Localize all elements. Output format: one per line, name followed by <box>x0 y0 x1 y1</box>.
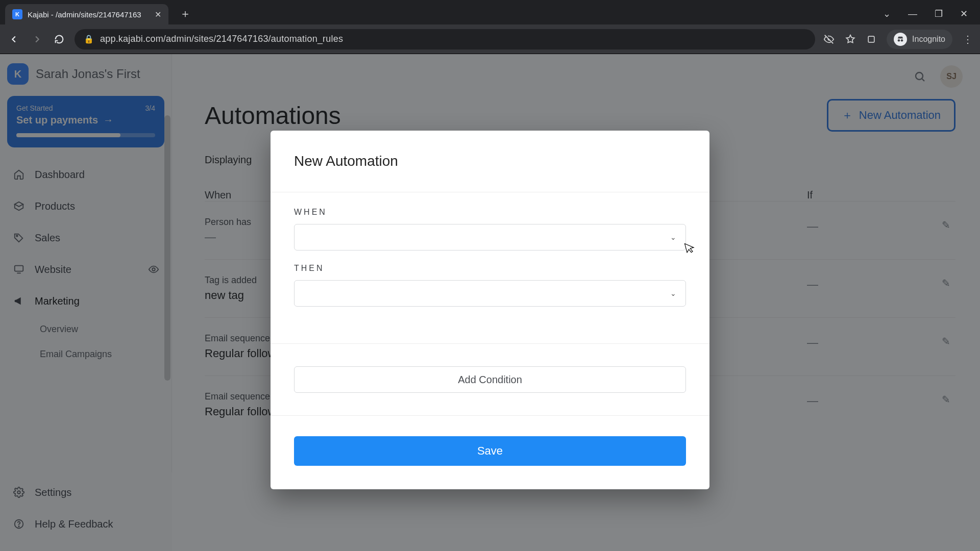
back-button[interactable] <box>7 32 21 46</box>
eye-off-icon[interactable] <box>823 34 835 45</box>
window-controls: ⌄ ― ❐ ✕ <box>883 8 980 19</box>
reload-button[interactable] <box>52 32 66 46</box>
tab-dropdown-icon[interactable]: ⌄ <box>883 8 891 19</box>
lock-icon: 🔒 <box>84 34 94 44</box>
app-viewport: K Sarah Jonas's First Get Started 3/4 Se… <box>0 54 980 551</box>
svg-point-1 <box>898 39 900 42</box>
forward-button[interactable] <box>30 32 44 46</box>
new-automation-modal: New Automation WHEN ⌄ THEN ⌄ Add Conditi… <box>271 131 709 489</box>
add-condition-label: Add Condition <box>458 374 522 386</box>
chevron-down-icon: ⌄ <box>670 289 676 297</box>
svg-point-2 <box>901 39 903 42</box>
svg-rect-0 <box>868 36 874 42</box>
new-tab-button[interactable]: ＋ <box>177 5 194 22</box>
url-field[interactable]: 🔒 app.kajabi.com/admin/sites/2147647163/… <box>75 29 815 49</box>
incognito-icon <box>894 33 907 46</box>
bookmark-star-icon[interactable] <box>845 34 856 45</box>
when-label: WHEN <box>294 208 686 217</box>
close-tab-icon[interactable]: ✕ <box>155 10 161 19</box>
addr-bar-actions: Incognito ⋮ <box>823 30 973 49</box>
minimize-icon[interactable]: ― <box>908 9 917 19</box>
address-bar: 🔒 app.kajabi.com/admin/sites/2147647163/… <box>0 24 980 54</box>
extensions-icon[interactable] <box>866 34 876 44</box>
browser-chrome: K Kajabi - /admin/sites/2147647163 ✕ ＋ ⌄… <box>0 0 980 54</box>
close-window-icon[interactable]: ✕ <box>960 8 968 19</box>
chevron-down-icon: ⌄ <box>670 233 676 241</box>
modal-title: New Automation <box>294 153 686 169</box>
incognito-label: Incognito <box>912 35 945 44</box>
condition-section: Add Condition <box>271 343 709 415</box>
add-condition-button[interactable]: Add Condition <box>294 366 686 393</box>
then-select[interactable]: ⌄ <box>294 280 686 307</box>
tab-title: Kajabi - /admin/sites/2147647163 <box>28 10 141 19</box>
modal-header: New Automation <box>271 131 709 192</box>
save-button[interactable]: Save <box>294 436 686 466</box>
incognito-badge[interactable]: Incognito <box>887 30 952 49</box>
save-section: Save <box>271 415 709 489</box>
then-label: THEN <box>294 264 686 273</box>
save-label: Save <box>477 444 503 458</box>
kebab-menu-icon[interactable]: ⋮ <box>963 33 973 45</box>
browser-tab[interactable]: K Kajabi - /admin/sites/2147647163 ✕ <box>5 4 168 24</box>
maximize-icon[interactable]: ❐ <box>935 8 943 19</box>
url-text: app.kajabi.com/admin/sites/2147647163/au… <box>100 34 343 44</box>
modal-body: WHEN ⌄ THEN ⌄ <box>271 192 709 343</box>
when-select[interactable]: ⌄ <box>294 224 686 251</box>
tab-bar: K Kajabi - /admin/sites/2147647163 ✕ ＋ ⌄… <box>0 0 980 24</box>
tab-favicon: K <box>12 9 22 19</box>
